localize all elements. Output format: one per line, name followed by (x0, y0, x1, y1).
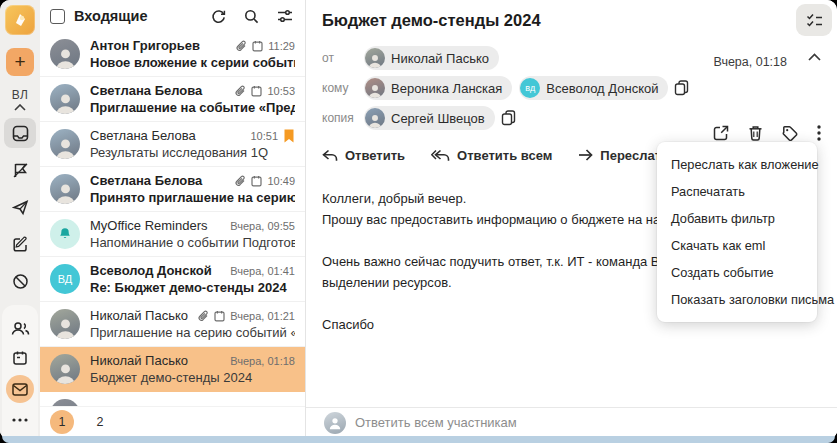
chevron-up-icon[interactable] (14, 104, 26, 111)
contact-name: Николай Пасько (391, 51, 489, 66)
more-icon[interactable] (5, 407, 35, 433)
calendar-badge-icon (251, 175, 262, 187)
message-time: Вчера, 01:18 (230, 355, 295, 367)
message-subject-preview: Приглашение на серию событий «Демо стен… (90, 325, 295, 340)
message-date: Вчера, 01:18 (713, 55, 787, 69)
sender-name: Николай Пасько (90, 353, 224, 368)
sender-avatar (50, 354, 80, 384)
from-label: от (322, 51, 364, 65)
attachment-icon (198, 310, 209, 322)
page-1-button[interactable]: 1 (50, 410, 74, 434)
context-menu-item[interactable]: Создать событие (657, 259, 817, 286)
sender-avatar: ВД (50, 264, 80, 294)
sidebar-item-spam[interactable] (4, 266, 36, 296)
message-context-menu: Переслать как вложение Распечатать Добав… (657, 142, 817, 322)
list-item[interactable]: Николай Пасько Вчера, 01:18 (40, 347, 305, 392)
reply-button[interactable]: Ответить (322, 148, 405, 163)
checklist-icon (806, 13, 823, 28)
list-item[interactable]: ВД Всеволод Донской (40, 257, 305, 302)
list-item[interactable]: Светлана Белова 10:53 (40, 77, 305, 122)
contact-avatar (365, 78, 385, 98)
sender-avatar (50, 84, 80, 114)
desktop-edge (2, 436, 835, 443)
contact-avatar: вд (520, 78, 540, 98)
sender-name: MyOffice Reminders (90, 218, 224, 233)
reply-all-button[interactable]: Ответить всем (431, 148, 552, 163)
message-time: Вчера, 09:55 (230, 220, 295, 232)
context-menu-item[interactable]: Скачать как eml (657, 232, 817, 259)
copy-cc-icon[interactable] (501, 110, 516, 126)
context-menu-item[interactable]: Переслать как вложение (657, 151, 817, 178)
mail-rows: Антон Григорьев 11:29 (40, 32, 305, 437)
contact-avatar (365, 48, 385, 68)
contacts-icon[interactable] (5, 315, 35, 341)
user-initials[interactable]: ВЛ (12, 88, 28, 102)
sender-name: Светлана Белова (90, 128, 244, 143)
myoffice-logo-icon[interactable] (5, 5, 35, 35)
mail-app-active[interactable] (6, 375, 34, 403)
left-rail: + ВЛ (0, 0, 40, 437)
list-item[interactable]: Светлана Белова 10:49 (40, 167, 305, 212)
refresh-icon[interactable] (211, 9, 226, 24)
sender-name: Светлана Белова (90, 83, 229, 98)
message-time: Вчера, 01:21 (230, 310, 295, 322)
tasks-panel-toggle[interactable] (796, 4, 832, 36)
trash-icon[interactable] (748, 125, 763, 141)
sender-name: Светлана Белова (90, 173, 229, 188)
sender-avatar (50, 219, 80, 249)
sender-name: Антон Григорьев (90, 38, 230, 53)
attachment-icon (235, 175, 246, 187)
reply-all-icon (431, 149, 450, 162)
calendar-badge-icon (214, 310, 225, 322)
contact-chip[interactable]: Николай Пасько (364, 46, 499, 70)
app-window: + ВЛ (0, 0, 837, 443)
copy-recipients-icon[interactable] (674, 80, 689, 96)
pagination: 1 2 (40, 406, 305, 437)
forward-icon (578, 149, 593, 161)
sidebar-item-flagged[interactable] (4, 155, 36, 185)
open-in-new-icon[interactable] (713, 125, 729, 141)
list-item[interactable]: Антон Григорьев 11:29 (40, 32, 305, 77)
sender-avatar (50, 309, 80, 339)
search-icon[interactable] (244, 9, 259, 24)
contact-name: Сергей Швецов (391, 111, 485, 126)
list-item[interactable]: MyOffice Reminders Вчера, 09:55 (40, 212, 305, 257)
current-user-avatar (324, 412, 346, 434)
attachment-icon (236, 40, 247, 52)
sender-name: Николай Пасько (90, 308, 192, 323)
app-switcher (2, 305, 38, 437)
calendar-icon[interactable] (5, 345, 35, 371)
quick-reply-bar[interactable]: Ответить всем участникам (306, 407, 837, 437)
reply-icon (322, 149, 338, 162)
message-subject-preview: Напоминание о событии Подготовить отчет… (90, 235, 295, 250)
list-item[interactable]: Светлана Белова 10:51 (40, 122, 305, 167)
message-subject-preview: Новое вложение к серии событий «Аналити… (90, 55, 295, 70)
message-time: 10:51 (250, 130, 278, 142)
tag-icon[interactable] (782, 125, 798, 141)
message-subject-preview: Бюджет демо-стенды 2024 (90, 370, 295, 385)
sidebar-item-drafts[interactable] (4, 229, 36, 259)
contact-chip[interactable]: вд Всеволод Донской (519, 76, 668, 100)
collapse-header-icon[interactable] (808, 53, 821, 61)
context-menu-item[interactable]: Показать заголовки письма (657, 286, 817, 313)
message-subject-preview: Re: Бюджет демо-стенды 2024 (90, 280, 295, 295)
context-menu-item[interactable]: Добавить фильтр (657, 205, 817, 232)
message-subject-preview: Результаты исследования 1Q (90, 145, 295, 160)
message-subject: Бюджет демо-стенды 2024 (306, 0, 837, 30)
filter-icon[interactable] (277, 9, 293, 23)
calendar-badge-icon (251, 85, 262, 97)
contact-chip[interactable]: Сергей Швецов (364, 106, 495, 130)
kebab-menu-icon[interactable] (817, 125, 821, 141)
sidebar-item-sent[interactable] (4, 192, 36, 222)
sender-avatar (50, 174, 80, 204)
contact-chip[interactable]: Вероника Ланская (364, 76, 512, 100)
list-item[interactable]: Николай Пасько Вчера, 01:21 (40, 302, 305, 347)
message-time: 10:49 (267, 175, 295, 187)
select-all-checkbox[interactable] (50, 9, 65, 24)
sidebar-item-inbox[interactable] (4, 118, 36, 148)
context-menu-item[interactable]: Распечатать (657, 178, 817, 205)
page-2-button[interactable]: 2 (88, 410, 112, 434)
message-subject-preview: Принято приглашение на серию событий «… (90, 190, 295, 205)
new-message-button[interactable]: + (6, 48, 34, 76)
forward-button[interactable]: Переслать (578, 148, 669, 163)
